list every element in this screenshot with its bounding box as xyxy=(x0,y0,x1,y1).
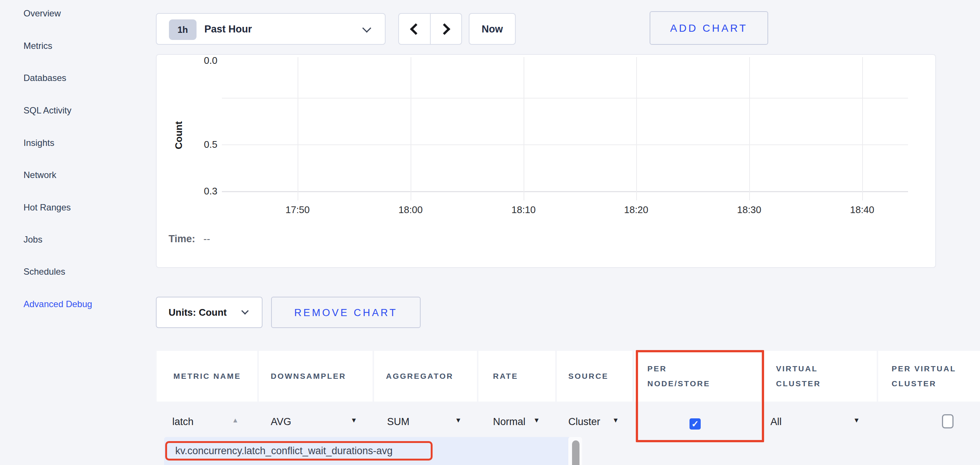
sidebar-item-insights[interactable]: Insights xyxy=(24,137,54,149)
add-chart-button[interactable]: ADD CHART xyxy=(650,11,768,45)
per-virtual-cluster-checkbox[interactable] xyxy=(942,414,953,428)
time-range-badge: 1h xyxy=(169,19,197,40)
x-tick-label: 17:50 xyxy=(285,204,310,216)
caret-down-icon: ▼ xyxy=(612,417,619,424)
x-tick-label: 18:10 xyxy=(511,204,536,216)
now-button[interactable]: Now xyxy=(469,13,516,45)
sidebar-item-advanced-debug[interactable]: Advanced Debug xyxy=(24,298,92,310)
x-tick-label: 18:30 xyxy=(737,204,761,216)
x-tick-label: 18:20 xyxy=(624,204,648,216)
chevron-down-icon xyxy=(241,307,249,315)
virtual-cluster-select[interactable]: All xyxy=(770,412,782,431)
sidebar-item-metrics[interactable]: Metrics xyxy=(24,40,52,52)
time-range-label: Past Hour xyxy=(204,24,252,35)
custom-chart-card: Count 0.5 0.3 0.0 17:50 18:00 18:10 18:2… xyxy=(156,54,936,268)
sidebar-item-network[interactable]: Network xyxy=(24,169,56,181)
time-prev-button[interactable] xyxy=(399,14,431,44)
column-header-metric-name: METRIC NAME xyxy=(157,351,257,401)
time-range-select[interactable]: 1h Past Hour xyxy=(156,13,386,45)
y-tick-label: 0.0 xyxy=(173,55,217,66)
chevron-left-icon xyxy=(410,23,422,35)
chevron-down-icon xyxy=(362,24,371,32)
x-tick-label: 18:40 xyxy=(850,204,874,216)
caret-down-icon: ▼ xyxy=(350,417,357,424)
caret-down-icon: ▼ xyxy=(533,417,540,424)
caret-down-icon: ▼ xyxy=(853,417,860,424)
time-next-button[interactable] xyxy=(431,14,462,44)
column-header-source: SOURCE xyxy=(557,351,632,401)
sidebar-item-hot-ranges[interactable]: Hot Ranges xyxy=(24,201,71,214)
caret-down-icon: ▼ xyxy=(455,417,462,424)
annotation-box-suggestion xyxy=(165,441,433,460)
sidebar-item-jobs[interactable]: Jobs xyxy=(24,233,43,246)
column-header-rate: RATE xyxy=(479,351,555,401)
remove-chart-button[interactable]: REMOVE CHART xyxy=(271,297,421,328)
rate-select[interactable]: Normal xyxy=(493,412,525,431)
chart-hover-time: Time:-- xyxy=(169,233,210,245)
source-select[interactable]: Cluster xyxy=(568,412,600,431)
chart-hover-time-value: -- xyxy=(204,233,210,244)
chart-plot-area[interactable] xyxy=(222,57,908,200)
aggregator-select[interactable]: SUM xyxy=(387,412,409,431)
chart-hover-time-label: Time: xyxy=(169,233,196,244)
chevron-right-icon xyxy=(439,23,450,35)
metric-name-input[interactable] xyxy=(172,412,232,431)
sidebar-item-databases[interactable]: Databases xyxy=(24,72,66,84)
sidebar-item-schedules[interactable]: Schedules xyxy=(24,266,65,278)
x-tick-label: 18:00 xyxy=(398,204,423,216)
column-header-virtual-cluster: VIRTUAL CLUSTER xyxy=(763,351,877,401)
column-header-aggregator: AGGREGATOR xyxy=(374,351,477,401)
sidebar-item-sql-activity[interactable]: SQL Activity xyxy=(24,104,71,117)
sort-up-icon: ▲ xyxy=(232,417,239,424)
dropdown-scrollbar-thumb[interactable] xyxy=(572,440,579,465)
downsampler-select[interactable]: AVG xyxy=(271,412,291,431)
column-header-per-virtual-cluster: PER VIRTUAL CLUSTER xyxy=(878,351,980,401)
units-select[interactable]: Units: Count xyxy=(156,297,262,328)
y-tick-label: 0.5 xyxy=(173,139,217,150)
time-nav-group xyxy=(398,13,462,45)
annotation-box-per-node-store xyxy=(636,350,764,442)
column-header-downsampler: DOWNSAMPLER xyxy=(259,351,372,401)
units-select-label: Units: Count xyxy=(169,307,227,318)
advanced-debug-custom-chart-page: Overview Metrics Databases SQL Activity … xyxy=(0,0,980,465)
y-tick-label: 0.3 xyxy=(173,185,217,197)
sidebar-item-overview[interactable]: Overview xyxy=(24,8,61,19)
